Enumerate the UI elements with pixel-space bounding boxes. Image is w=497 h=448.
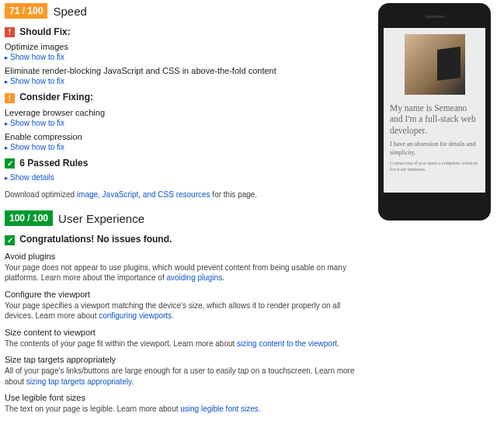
download-line: Download optimized image, JavaScript, an… <box>5 189 370 200</box>
consider-fixing-title: Consider Fixing: <box>19 92 93 102</box>
speed-score-badge: 71 / 100 <box>5 3 47 19</box>
ux-title: User Experience <box>58 212 144 225</box>
rule-title: Enable compression <box>5 132 370 141</box>
learn-more-link[interactable]: using legible font sizes <box>180 405 259 413</box>
congrats-header: ✓ Congratulations! No issues found. <box>5 234 370 245</box>
check-icon: ✓ <box>5 235 15 245</box>
show-how-link[interactable]: Show how to fix <box>5 143 370 151</box>
rule-title: Eliminate render-blocking JavaScript and… <box>5 66 370 75</box>
rule-title: Optimize images <box>5 42 370 51</box>
should-fix-title: Should Fix: <box>19 26 70 37</box>
show-how-link[interactable]: Show how to fix <box>5 119 370 127</box>
ux-rule-desc: All of your page's links/buttons are lar… <box>5 366 370 387</box>
speed-section-header: 71 / 100 Speed <box>5 3 370 19</box>
ux-rule-desc: The contents of your page fit within the… <box>5 339 370 349</box>
ux-rule-title: Use legible font sizes <box>5 393 370 402</box>
ux-rule-desc: Your page does not appear to use plugins… <box>5 262 370 283</box>
speed-title: Speed <box>53 5 86 18</box>
phone-screen: My name is Semeano and I'm a full-stack … <box>384 28 485 193</box>
ux-rule-title: Size content to viewport <box>5 328 370 337</box>
learn-more-link[interactable]: sizing tap targets appropriately <box>26 377 131 386</box>
preview-photo <box>405 34 465 95</box>
ux-section-header: 100 / 100 User Experience <box>5 210 370 226</box>
alert-icon: ! <box>5 93 15 103</box>
alert-icon: ! <box>5 27 15 37</box>
learn-more-link[interactable]: sizing content to the viewport <box>237 339 337 348</box>
preview-headline: My name is Semeano and I'm a full-stack … <box>390 102 479 136</box>
show-details-link[interactable]: Show details <box>5 173 370 182</box>
preview-sub: I have an obsession for details and simp… <box>390 141 479 157</box>
ux-rule-desc: The text on your page is legible. Learn … <box>5 404 370 415</box>
rule-title: Leverage browser caching <box>5 108 370 117</box>
preview-contact: Contact me if you need a complete soluti… <box>390 160 479 172</box>
ux-rule-title: Configure the viewport <box>5 290 370 299</box>
show-how-link[interactable]: Show how to fix <box>5 77 370 85</box>
should-fix-header: ! Should Fix: <box>5 26 370 37</box>
passed-rules-title: 6 Passed Rules <box>19 158 88 168</box>
check-icon: ✓ <box>5 158 15 168</box>
device-preview: My name is Semeano and I'm a full-stack … <box>378 3 491 221</box>
ux-rule-title: Avoid plugins <box>5 252 370 261</box>
phone-speaker <box>425 16 445 18</box>
ux-score-badge: 100 / 100 <box>5 210 53 226</box>
learn-more-link[interactable]: avoiding plugins <box>166 273 222 282</box>
ux-rule-desc: Your page specifies a viewport matching … <box>5 300 370 321</box>
learn-more-link[interactable]: configuring viewports <box>99 311 172 320</box>
congrats-title: Congratulations! No issues found. <box>19 234 172 245</box>
consider-fixing-header: ! Consider Fixing: <box>5 92 370 102</box>
ux-rule-title: Size tap targets appropriately <box>5 355 370 364</box>
download-resources-link[interactable]: image, JavaScript, and CSS resources <box>77 190 210 199</box>
passed-rules-header: ✓ 6 Passed Rules <box>5 158 370 168</box>
show-how-link[interactable]: Show how to fix <box>5 53 370 61</box>
